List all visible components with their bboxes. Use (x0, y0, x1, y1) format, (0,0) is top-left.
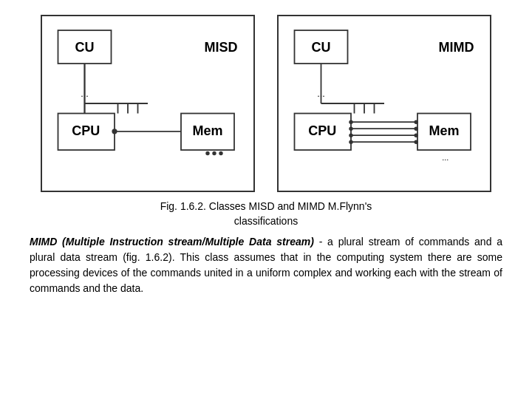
svg-text:CU: CU (312, 40, 331, 55)
svg-point-44 (349, 134, 352, 137)
svg-text:Mem: Mem (429, 123, 459, 138)
svg-text:CPU: CPU (72, 123, 100, 138)
body-text: MIMD (Multiple Instruction stream/Multip… (15, 234, 517, 296)
svg-text:MISD: MISD (205, 40, 238, 55)
diagrams-container: CU MISD ... CPU Mem (41, 15, 491, 192)
svg-point-17 (205, 151, 209, 155)
caption-line1: Fig. 1.6.2. Classes MISD and MIMD M.Flyn… (160, 200, 372, 212)
figure-caption: Fig. 1.6.2. Classes MISD and MIMD M.Flyn… (160, 200, 372, 228)
svg-text:MIMD: MIMD (439, 40, 474, 55)
svg-point-37 (415, 120, 418, 124)
svg-point-40 (415, 140, 418, 144)
svg-point-15 (112, 129, 117, 134)
svg-point-39 (415, 134, 418, 137)
mimd-term: MIMD (Multiple Instruction stream/Multip… (30, 236, 314, 248)
caption-line2: classifications (234, 215, 298, 227)
svg-point-45 (349, 140, 352, 144)
svg-point-19 (219, 151, 222, 155)
svg-text:...: ... (442, 153, 449, 162)
svg-text:CU: CU (75, 40, 95, 55)
svg-point-18 (212, 151, 216, 155)
svg-point-43 (349, 127, 352, 131)
svg-point-42 (349, 120, 352, 124)
svg-text:Mem: Mem (192, 123, 222, 138)
svg-point-38 (415, 127, 418, 131)
svg-text:CPU: CPU (308, 123, 336, 138)
mimd-diagram: CU MIMD ... CPU Mem (277, 15, 491, 192)
misd-diagram: CU MISD ... CPU Mem (41, 15, 255, 192)
